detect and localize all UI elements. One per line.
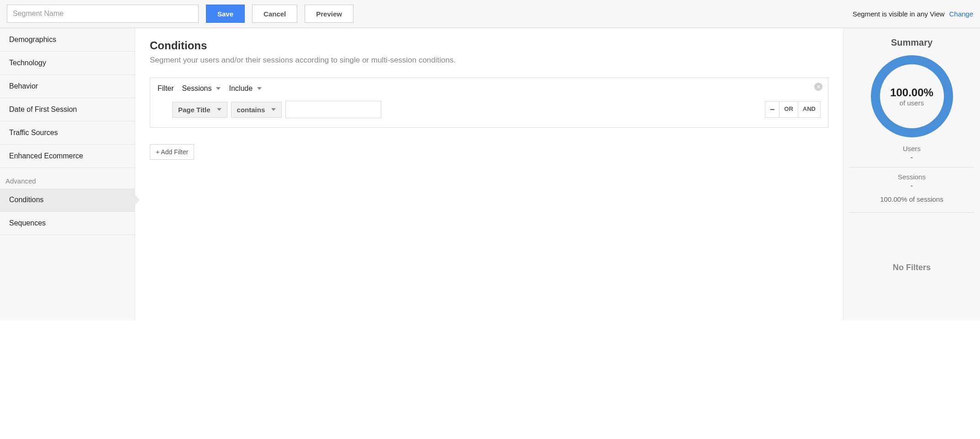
change-visibility-link[interactable]: Change (949, 10, 973, 18)
sidebar-item-technology[interactable]: Technology (0, 52, 135, 75)
visibility-text: Segment is visible in any View (853, 10, 945, 18)
caret-icon (271, 108, 276, 111)
match-type-dropdown[interactable]: contains (231, 102, 282, 118)
users-label: Users (849, 145, 975, 152)
or-button[interactable]: OR (779, 101, 798, 118)
sidebar: Demographics Technology Behavior Date of… (0, 28, 135, 320)
include-dropdown[interactable]: Include (229, 84, 262, 93)
dimension-value: Page Title (178, 106, 211, 114)
include-value: Include (229, 84, 253, 93)
sidebar-item-traffic-sources[interactable]: Traffic Sources (0, 121, 135, 145)
summary-panel: Summary 100.00% of users Users - Session… (843, 28, 980, 320)
summary-donut-chart: 100.00% of users (871, 55, 953, 137)
cancel-button[interactable]: Cancel (252, 5, 297, 23)
page-subtitle: Segment your users and/or their sessions… (150, 56, 828, 65)
visibility-control: Segment is visible in any View Change (853, 10, 973, 18)
no-filters-label: No Filters (849, 263, 975, 272)
remove-filter-icon[interactable] (814, 83, 822, 91)
summary-title: Summary (849, 37, 975, 48)
sidebar-item-conditions[interactable]: Conditions (0, 188, 135, 212)
scope-value: Sessions (182, 84, 212, 93)
segment-name-input[interactable] (7, 5, 199, 23)
donut-percent: 100.00% (890, 86, 933, 99)
remove-condition-button[interactable]: − (765, 101, 780, 118)
dimension-dropdown[interactable]: Page Title (172, 102, 227, 118)
sidebar-group-advanced: Advanced (0, 168, 135, 188)
donut-sublabel: of users (900, 99, 924, 107)
sessions-label: Sessions (849, 173, 975, 181)
match-value: contains (237, 106, 265, 114)
sidebar-item-behavior[interactable]: Behavior (0, 75, 135, 98)
caret-icon (257, 87, 262, 90)
and-button[interactable]: AND (798, 101, 821, 118)
sessions-value: - (849, 182, 975, 190)
sidebar-item-demographics[interactable]: Demographics (0, 28, 135, 52)
filter-box: Filter Sessions Include Page Title conta… (150, 78, 828, 128)
page-title: Conditions (150, 39, 828, 52)
sidebar-item-enhanced-ecommerce[interactable]: Enhanced Ecommerce (0, 145, 135, 168)
sidebar-item-date-first-session[interactable]: Date of First Session (0, 98, 135, 121)
scope-dropdown[interactable]: Sessions (182, 84, 221, 93)
top-bar: Save Cancel Preview Segment is visible i… (0, 0, 980, 28)
filter-header: Filter Sessions Include (158, 84, 821, 93)
preview-button[interactable]: Preview (305, 5, 353, 23)
condition-value-input[interactable] (285, 101, 381, 118)
content: Conditions Segment your users and/or the… (135, 28, 843, 320)
filter-label: Filter (158, 84, 174, 93)
caret-icon (217, 108, 221, 111)
users-value: - (849, 153, 975, 162)
caret-icon (216, 87, 221, 90)
save-button[interactable]: Save (206, 5, 245, 23)
sidebar-item-sequences[interactable]: Sequences (0, 212, 135, 235)
sessions-percent: 100.00% of sessions (849, 195, 975, 203)
condition-row: Page Title contains − OR AND (158, 101, 821, 118)
add-filter-button[interactable]: + Add Filter (150, 144, 194, 160)
